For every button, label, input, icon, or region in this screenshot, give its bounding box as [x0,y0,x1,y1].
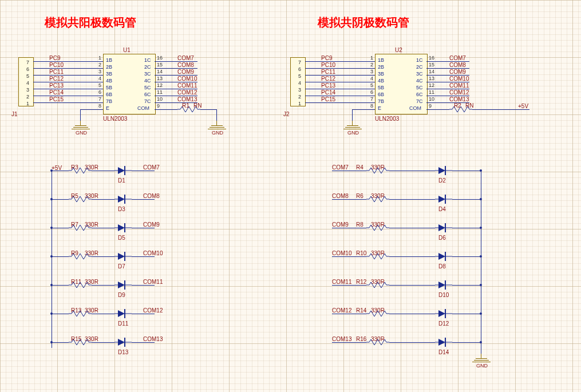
netlabel: COM10 [332,250,351,256]
netlabel: COM10 [177,76,197,82]
netlabel: COM8 [449,62,466,68]
conn-pin: 4 [26,80,29,86]
pin-num: 9 [157,103,160,109]
netlabel: COM8 [177,62,194,68]
netlabel: PC12 [49,76,64,82]
pin-name: 5B [378,85,384,90]
netlabel: COM9 [449,69,466,75]
svg-marker-40 [118,310,125,317]
pin-name: 7C [416,98,423,104]
netlabel: COM13 [143,336,163,342]
resistor [69,339,92,345]
pin-name: 2B [378,64,384,70]
pin-num: 10 [157,96,163,102]
resistor [69,254,92,259]
svg-marker-24 [118,253,125,260]
netlabel: COM11 [449,82,469,89]
res-ref: R10 [356,250,366,256]
res-ref: R12 [356,279,366,285]
conn-pin: 3 [26,87,29,93]
left-top-circuit: J1 7 6 5 4 3 2 1 U1 ULN2003 1 1B PC9 2 2… [11,46,269,149]
pin-name: 6C [416,92,423,97]
netlabel: PC11 [321,69,335,75]
svg-marker-88 [438,282,445,288]
led-ref: D10 [438,292,449,298]
res-ref: R16 [356,336,366,342]
netlabel: COM9 [177,69,194,75]
val-r1: RN [193,102,201,109]
pin-name: 4B [378,78,384,84]
pin-name: E [106,105,109,111]
resistor [366,196,389,202]
pin-num: 11 [429,89,434,95]
led-ref: D5 [118,235,125,241]
pin-name: COM [137,105,149,111]
res-ref: R6 [356,193,363,199]
gnd-label: GND [476,363,488,369]
conn-pin: 2 [298,94,301,100]
netlabel: PC15 [321,96,335,102]
svg-marker-16 [118,224,125,231]
netlabel: COM11 [143,279,163,285]
pin-num: 13 [429,76,434,81]
conn-pin: 1 [26,101,29,106]
led-ref: D6 [438,235,446,241]
pin-num: 14 [429,69,434,74]
netlabel: COM13 [332,336,351,342]
pin-num: 3 [370,69,373,74]
netlabel: COM7 [143,164,160,171]
resistor [366,339,389,345]
pin-name: 7C [144,98,151,104]
pin-num: 4 [370,76,373,81]
resistor [69,225,92,231]
netlabel: PC14 [321,89,335,96]
conn-pin: 5 [298,73,301,79]
netlabel: COM13 [177,96,197,102]
netlabel: PC14 [49,89,64,96]
pin-name: 5C [416,85,423,90]
pin-name: 6B [106,92,112,97]
led-ref: D9 [118,292,125,298]
pin-name: 2C [144,64,151,70]
resistor [366,225,389,231]
led-ref: D13 [118,349,128,355]
led-ref: D11 [118,320,128,327]
pin-name: 1B [378,57,384,63]
pin-num: 8 [370,103,373,109]
res-ref: R14 [356,307,366,314]
pin-name: 1C [144,57,151,63]
ref-j1: J1 [11,111,18,117]
resistor [366,311,389,316]
conn-pin: 2 [26,94,29,100]
pin-num: 2 [370,62,373,68]
netlabel: PC9 [49,55,60,61]
val-r2: RN [465,102,473,109]
led-ref: D14 [438,349,449,355]
led-ref: D2 [438,177,446,184]
pin-name: 4B [106,78,112,84]
netlabel: COM9 [332,221,349,228]
pin-name: 2C [416,64,423,70]
pin-num: 13 [157,76,163,81]
pin-num: 6 [98,89,101,95]
pin-name: 7B [378,98,384,104]
led-ref: D3 [118,206,125,212]
pin-name: E [378,105,381,111]
pin-num: 6 [370,89,373,95]
gnd-label: GND [212,130,223,136]
gnd-label: GND [76,130,87,136]
svg-marker-80 [438,253,445,260]
pin-num: 12 [157,82,163,88]
pin-num: 16 [429,55,434,61]
ref-r1: R1 [182,102,189,109]
pin-num: 4 [98,76,101,81]
pin-name: 1C [416,57,423,63]
led-ref: D7 [118,263,125,270]
netlabel: COM7 [332,164,349,171]
netlabel: PC9 [321,55,332,61]
pin-name: 3B [106,71,112,77]
led-ref: D8 [438,263,446,270]
pin-num: 7 [98,96,101,102]
netlabel: COM11 [177,82,197,89]
conn-pin: 6 [26,66,29,72]
